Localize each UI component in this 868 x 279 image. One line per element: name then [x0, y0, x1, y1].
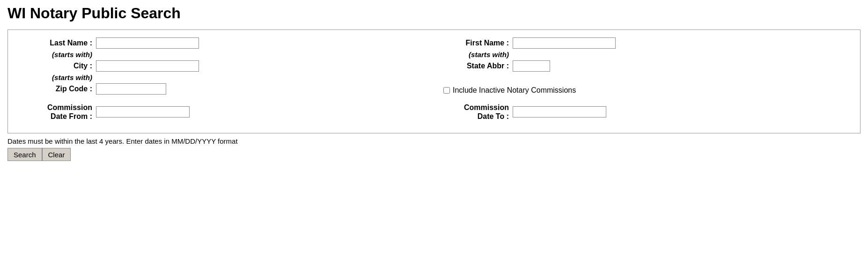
last-name-label: Last Name : — [17, 39, 92, 47]
commission-date-from-input[interactable] — [96, 106, 190, 117]
state-abbr-input[interactable] — [513, 60, 550, 72]
last-name-sublabel: (starts with) — [17, 51, 92, 59]
city-label: City : — [17, 62, 92, 70]
first-name-sublabel: (starts with) — [434, 51, 509, 59]
dates-note: Dates must be within the last 4 years. E… — [7, 137, 861, 145]
search-form: Last Name : (starts with) First Name : (… — [7, 29, 861, 133]
zip-code-label: Zip Code : — [17, 85, 92, 93]
search-button[interactable]: Search — [7, 148, 42, 161]
zip-code-input[interactable] — [96, 83, 166, 95]
last-name-input[interactable] — [96, 37, 199, 49]
commission-date-to-label: Commission Date To : — [434, 103, 509, 121]
commission-date-to-input[interactable] — [513, 106, 606, 117]
clear-button[interactable]: Clear — [42, 148, 71, 161]
state-abbr-label: State Abbr : — [434, 62, 509, 70]
button-row: Search Clear — [7, 148, 861, 161]
commission-date-from-label: Commission Date From : — [17, 103, 92, 121]
city-input[interactable] — [96, 60, 199, 72]
page-title: WI Notary Public Search — [7, 5, 861, 22]
include-inactive-checkbox[interactable] — [443, 87, 450, 94]
include-inactive-label: Include Inactive Notary Commissions — [453, 86, 576, 95]
city-sublabel: (starts with) — [17, 73, 92, 81]
first-name-input[interactable] — [513, 37, 616, 49]
first-name-label: First Name : — [434, 39, 509, 47]
